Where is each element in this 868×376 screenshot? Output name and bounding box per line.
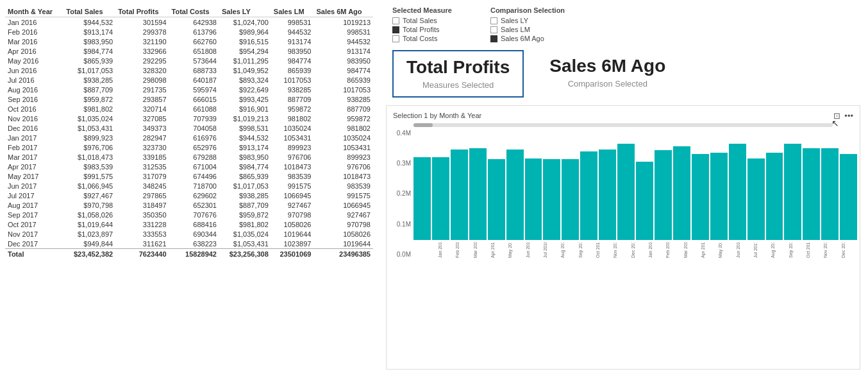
table-cell: 674496	[169, 171, 219, 181]
table-cell: 1019213	[313, 17, 373, 28]
table-cell: 983950	[271, 46, 314, 56]
chart-container: Selection 1 by Month & Year ⊡ ••• ↖ 0.4M…	[386, 105, 860, 370]
table-header: Total Costs	[169, 6, 219, 17]
table-cell: 688416	[169, 219, 219, 229]
table-cell: 301594	[115, 17, 169, 28]
legend-item[interactable]: Sales LY	[490, 17, 565, 24]
total-cell: 23496385	[313, 249, 373, 259]
table-cell: 595974	[169, 85, 219, 94]
table-cell: $944,532	[63, 17, 115, 28]
table-cell: $1,035,024	[63, 114, 115, 123]
table-row: Oct 2017$1,019,644331228688416$981,80210…	[5, 219, 373, 229]
horizontal-scrollbar[interactable]: ↖	[413, 123, 833, 127]
bar-column	[413, 130, 431, 240]
x-axis-label: Jul 2017	[753, 243, 769, 258]
legend-item[interactable]: Total Profits	[392, 26, 452, 33]
table-cell: 718700	[169, 181, 219, 191]
total-cell: $23,452,382	[63, 249, 115, 259]
table-cell: 913174	[271, 37, 314, 46]
legend-item[interactable]: Total Sales	[392, 17, 452, 24]
table-cell: 1066945	[313, 200, 373, 210]
table-cell: 899923	[313, 152, 373, 162]
table-row: Oct 2016$981,802320714661088$916,9019598…	[5, 104, 373, 114]
more-options-icon[interactable]: •••	[844, 111, 853, 121]
table-cell: 323730	[115, 142, 169, 152]
table-cell: $887,709	[63, 85, 115, 94]
legend-checkbox[interactable]	[490, 35, 497, 42]
total-cell: 23501069	[271, 249, 314, 259]
table-cell: $1,018,473	[63, 152, 115, 162]
table-row: Dec 2017$949,844311621638223$1,053,43110…	[5, 239, 373, 249]
table-cell: 349373	[115, 123, 169, 133]
table-cell: Oct 2017	[5, 219, 63, 229]
legend-area: Selected Measure Total SalesTotal Profit…	[386, 6, 860, 44]
x-axis-label: Oct 2017	[806, 243, 822, 258]
x-axis-label: Jul 2016	[543, 243, 559, 258]
table-cell: 317079	[115, 171, 169, 181]
legend-checkbox[interactable]	[392, 26, 399, 33]
table-cell: 688733	[169, 65, 219, 75]
table-cell: 1035024	[313, 133, 373, 142]
table-cell: $1,017,053	[219, 181, 271, 191]
table-cell: 927467	[271, 200, 314, 210]
table-header: Sales LY	[219, 6, 271, 17]
total-cell: $23,256,308	[219, 249, 271, 259]
table-cell: 331228	[115, 219, 169, 229]
legend-checkbox[interactable]	[490, 17, 497, 24]
table-row: Apr 2016$984,774332966651808$954,2949839…	[5, 46, 373, 56]
table-cell: 293857	[115, 94, 169, 104]
comparison-selection-label: Comparison Selection	[490, 6, 565, 14]
bar	[840, 154, 857, 240]
table-cell: May 2016	[5, 56, 63, 65]
table-row: Jul 2017$927,467297865629602$938,2851066…	[5, 191, 373, 200]
table-cell: $1,053,431	[219, 239, 271, 249]
x-axis-label: Dec 2017	[841, 243, 857, 258]
legend-checkbox[interactable]	[392, 35, 399, 42]
table-cell: 938285	[313, 94, 373, 104]
table-cell: 865939	[271, 65, 314, 75]
legend-label: Sales 6M Ago	[501, 35, 544, 42]
data-table: Month & YearTotal SalesTotal ProfitsTota…	[5, 6, 373, 259]
table-cell: $998,531	[219, 123, 271, 133]
total-cell: 15828942	[169, 249, 219, 259]
table-cell: 652976	[169, 142, 219, 152]
table-cell: $944,532	[219, 133, 271, 142]
y-axis: 0.4M0.3M0.2M0.1M0.0M	[389, 130, 413, 258]
legend-item[interactable]: Sales 6M Ago	[490, 35, 565, 42]
bar	[432, 157, 449, 240]
x-axis-label: Nov 2016	[613, 243, 629, 258]
bar	[747, 158, 765, 240]
table-cell: 1017053	[313, 85, 373, 94]
legend-checkbox[interactable]	[490, 26, 497, 33]
comparison-title: Sales 6M Ago	[549, 56, 665, 76]
table-cell: 1019644	[271, 229, 314, 239]
table-cell: $913,174	[63, 27, 115, 37]
table-cell: 1017053	[271, 75, 314, 85]
table-cell: 661088	[169, 104, 219, 114]
table-cell: Sep 2016	[5, 94, 63, 104]
table-cell: $984,774	[63, 46, 115, 56]
table-cell: $983,950	[219, 152, 271, 162]
table-cell: Dec 2016	[5, 123, 63, 133]
table-cell: 312535	[115, 162, 169, 171]
x-axis-label: Dec 2016	[631, 243, 647, 258]
legend-item[interactable]: Sales LM	[490, 26, 565, 33]
table-cell: $984,774	[219, 162, 271, 171]
table-cell: 328320	[115, 65, 169, 75]
table-cell: 651808	[169, 46, 219, 56]
table-cell: 320714	[115, 104, 169, 114]
table-cell: $938,285	[219, 191, 271, 200]
table-cell: $949,844	[63, 239, 115, 249]
table-cell: Mar 2017	[5, 152, 63, 162]
x-axis-label: May 2017	[718, 243, 734, 258]
table-row: Jan 2017$899,923282947616976$944,5321053…	[5, 133, 373, 142]
table-cell: $893,324	[219, 75, 271, 85]
selected-measure-metric: Total Profits Measures Selected	[392, 50, 524, 98]
table-cell: $899,923	[63, 133, 115, 142]
table-header: Sales 6M Ago	[313, 6, 373, 17]
legend-checkbox[interactable]	[392, 17, 399, 24]
table-cell: 984774	[313, 65, 373, 75]
table-cell: 998531	[271, 17, 314, 28]
legend-item[interactable]: Total Costs	[392, 35, 452, 42]
table-cell: $981,802	[63, 104, 115, 114]
